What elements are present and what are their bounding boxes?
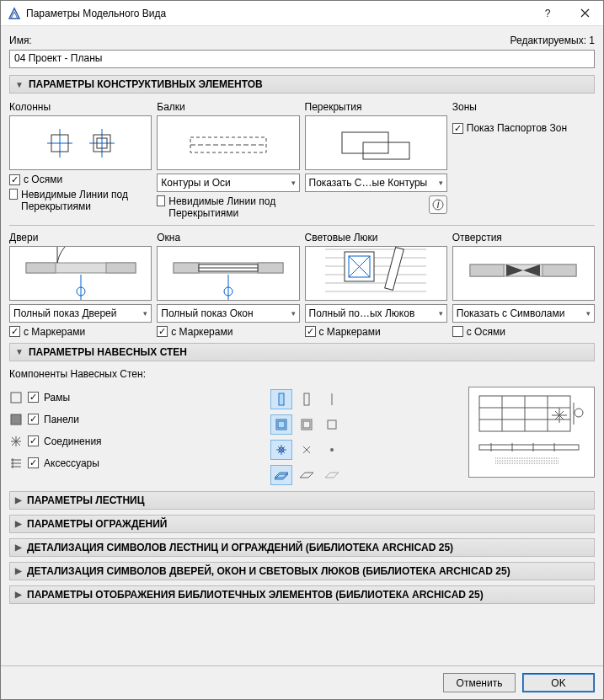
- panel-display-3[interactable]: [321, 414, 343, 435]
- section-detail-stairs-header[interactable]: ▶ДЕТАЛИЗАЦИЯ СИМВОЛОВ ЛЕСТНИЦ И ОГРАЖДЕН…: [9, 538, 595, 557]
- svg-rect-36: [470, 265, 504, 276]
- openings-preview: [452, 246, 595, 301]
- beams-select[interactable]: Контуры и Оси▾: [157, 174, 299, 192]
- svg-point-49: [330, 448, 334, 452]
- name-input[interactable]: 04 Проект - Планы: [9, 50, 595, 68]
- help-button[interactable]: ?: [529, 1, 566, 26]
- window-title: Параметры Модельного Вида: [26, 8, 529, 19]
- ok-button[interactable]: OK: [522, 673, 595, 692]
- section-curtain-header[interactable]: ▼ ПАРАМЕТРЫ НАВЕСНЫХ СТЕН: [9, 343, 595, 361]
- panel-display-1[interactable]: [270, 414, 292, 435]
- chevron-down-icon: ▼: [15, 347, 24, 356]
- skylights-preview: [305, 246, 447, 301]
- doors-preview: [9, 246, 152, 301]
- chevron-right-icon: ▶: [15, 519, 22, 528]
- frame-display-3[interactable]: [321, 389, 343, 409]
- chevron-right-icon: ▶: [15, 566, 22, 575]
- svg-rect-37: [543, 265, 576, 276]
- chevron-down-icon: ▼: [15, 80, 24, 89]
- zones-label: Зоны: [452, 101, 595, 113]
- accessories-icon: [9, 457, 23, 470]
- joint-display-3[interactable]: [321, 440, 343, 460]
- beams-hidden-checkbox[interactable]: [157, 195, 165, 206]
- accessory-display-3[interactable]: [321, 465, 343, 485]
- svg-rect-34: [385, 248, 404, 291]
- panels-checkbox[interactable]: [28, 414, 39, 425]
- doors-markers-checkbox[interactable]: [9, 326, 20, 337]
- svg-point-56: [575, 409, 583, 417]
- openings-label: Отверстия: [452, 232, 595, 243]
- curtain-preview: [468, 387, 595, 478]
- section-construction-header[interactable]: ▼ ПАРАМЕТРЫ КОНСТРУКТИВНЫХ ЭЛЕМЕНТОВ: [9, 75, 595, 94]
- svg-rect-47: [328, 420, 336, 429]
- svg-rect-40: [279, 393, 284, 405]
- svg-rect-41: [304, 393, 309, 405]
- svg-rect-20: [174, 263, 199, 273]
- doors-label: Двери: [9, 232, 152, 243]
- curtain-components-label: Компоненты Навесных Стен:: [9, 368, 595, 380]
- close-button[interactable]: [566, 1, 603, 26]
- app-logo-icon: [8, 7, 21, 20]
- name-label: Имя:: [9, 35, 32, 46]
- accessory-display-1[interactable]: [270, 465, 292, 485]
- section-stairs-header[interactable]: ▶ПАРАМЕТРЫ ЛЕСТНИЦ: [9, 491, 595, 510]
- beams-label: Балки: [157, 101, 299, 113]
- cancel-button[interactable]: Отменить: [443, 673, 516, 692]
- columns-axes-checkbox[interactable]: [9, 174, 20, 185]
- svg-rect-58: [479, 445, 579, 450]
- skylights-select[interactable]: Полный по…ых Люков▾: [305, 304, 447, 323]
- chevron-right-icon: ▶: [15, 590, 22, 599]
- svg-rect-10: [363, 142, 409, 159]
- joint-display-2[interactable]: [296, 440, 318, 460]
- windows-label: Окна: [157, 232, 299, 243]
- skylights-label: Световые Люки: [305, 232, 447, 243]
- frame-display-2[interactable]: [296, 389, 318, 409]
- slabs-label: Перекрытия: [305, 101, 447, 113]
- svg-text:i: i: [436, 199, 439, 211]
- joints-checkbox[interactable]: [28, 435, 39, 446]
- chevron-right-icon: ▶: [15, 542, 22, 552]
- doors-select[interactable]: Полный показ Дверей▾: [9, 304, 152, 323]
- svg-rect-21: [258, 263, 283, 273]
- joints-icon: [9, 435, 23, 448]
- panels-icon: [9, 413, 23, 426]
- section-detail-doors-header[interactable]: ▶ДЕТАЛИЗАЦИЯ СИМВОЛОВ ДВЕРЕЙ, ОКОН И СВЕ…: [9, 562, 595, 580]
- slabs-info-button[interactable]: i: [429, 195, 447, 214]
- frames-checkbox[interactable]: [28, 392, 39, 403]
- section-railings-header[interactable]: ▶ПАРАМЕТРЫ ОГРАЖДЕНИЙ: [9, 515, 595, 533]
- columns-hidden-checkbox[interactable]: [9, 189, 18, 200]
- slabs-select[interactable]: Показать С…ые Контуры▾: [305, 174, 447, 192]
- chevron-right-icon: ▶: [15, 495, 22, 505]
- accessory-display-2[interactable]: [296, 465, 318, 485]
- slabs-preview: [305, 115, 447, 170]
- section-library-header[interactable]: ▶ПАРАМЕТРЫ ОТОБРАЖЕНИЯ БИБЛИОТЕЧНЫХ ЭЛЕМ…: [9, 585, 595, 604]
- columns-label: Колонны: [9, 101, 152, 113]
- zones-checkbox[interactable]: [452, 123, 463, 134]
- svg-rect-38: [11, 393, 21, 403]
- panel-display-2[interactable]: [296, 414, 318, 435]
- accessories-checkbox[interactable]: [28, 457, 39, 468]
- frame-display-1[interactable]: [270, 389, 292, 409]
- svg-rect-14: [26, 263, 56, 273]
- svg-rect-39: [11, 414, 21, 425]
- openings-axes-checkbox[interactable]: [452, 326, 463, 337]
- editable-count: Редактируемых: 1: [510, 35, 595, 46]
- svg-rect-15: [106, 263, 136, 273]
- windows-select[interactable]: Полный показ Окон▾: [157, 304, 299, 323]
- openings-select[interactable]: Показать с Символами▾: [452, 304, 595, 323]
- beams-preview: [157, 115, 299, 170]
- windows-markers-checkbox[interactable]: [157, 326, 168, 337]
- windows-preview: [157, 246, 299, 301]
- titlebar: Параметры Модельного Вида ?: [1, 1, 603, 26]
- joint-display-1[interactable]: [270, 440, 292, 460]
- svg-rect-46: [303, 421, 310, 428]
- columns-preview: [9, 115, 152, 170]
- skylights-markers-checkbox[interactable]: [305, 326, 316, 337]
- frames-icon: [9, 391, 23, 404]
